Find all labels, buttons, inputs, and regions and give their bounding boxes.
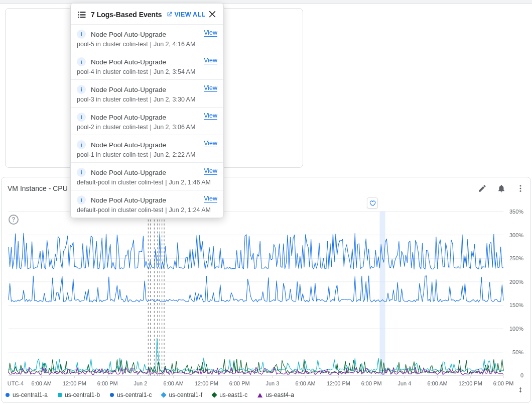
svg-text:6:00 AM: 6:00 AM [164, 380, 184, 386]
event-title: Node Pool Auto-Upgrade [91, 58, 166, 66]
event-subtitle: pool-2 in cluster colin-test|Jun 2, 3:06… [77, 124, 217, 131]
svg-text:Jun 3: Jun 3 [265, 380, 279, 386]
event-row: iNode Pool Auto-UpgradeViewpool-4 in clu… [71, 52, 223, 79]
svg-rect-65 [78, 17, 80, 18]
info-icon: i [77, 57, 86, 66]
event-row: iNode Pool Auto-UpgradeViewpool-1 in clu… [71, 135, 223, 162]
legend-label: us-central1-c [117, 391, 152, 398]
legend-item[interactable]: us-central1-a [6, 391, 48, 398]
info-icon: i [77, 85, 86, 94]
event-row: iNode Pool Auto-UpgradeViewdefault-pool … [71, 162, 223, 190]
view-link[interactable]: View [204, 84, 217, 92]
info-icon: i [77, 140, 86, 149]
svg-text:12:00 PM: 12:00 PM [459, 380, 482, 386]
svg-text:350%: 350% [509, 209, 523, 215]
svg-rect-62 [80, 12, 86, 13]
svg-rect-66 [80, 17, 86, 18]
svg-text:100%: 100% [509, 326, 523, 332]
logs-events-popup: 7 Logs-Based Events VIEW ALL iNode Pool … [70, 3, 224, 218]
event-title: Node Pool Auto-Upgrade [91, 114, 166, 121]
legend-label: us-east4-a [265, 391, 294, 398]
plot-area[interactable]: 050%100%150%200%250%300%350%UTC-46:00 AM… [6, 209, 526, 397]
event-row: iNode Pool Auto-UpgradeViewpool-3 in clu… [71, 79, 223, 107]
svg-text:12:00 PM: 12:00 PM [63, 380, 86, 386]
svg-text:6:00 PM: 6:00 PM [97, 380, 118, 386]
event-subtitle: pool-3 in cluster colin-test|Jun 2, 3:30… [77, 96, 217, 103]
svg-point-1 [520, 188, 521, 189]
event-subtitle: default-pool in cluster colin-test|Jun 2… [77, 207, 217, 214]
heart-icon [369, 199, 376, 207]
svg-text:0: 0 [520, 372, 523, 378]
event-title: Node Pool Auto-Upgrade [91, 31, 166, 38]
chart-title: VM Instance - CPU [8, 184, 68, 192]
bell-icon[interactable] [496, 183, 506, 193]
view-link[interactable]: View [204, 140, 217, 147]
legend-item[interactable]: us-east4-a [257, 391, 294, 398]
svg-point-0 [520, 185, 521, 186]
info-icon: i [77, 113, 86, 122]
svg-text:UTC-4: UTC-4 [8, 380, 24, 386]
svg-text:6:00 PM: 6:00 PM [361, 380, 382, 386]
svg-text:300%: 300% [509, 232, 523, 238]
annotation-heart-badge[interactable] [367, 197, 378, 209]
info-icon: i [77, 195, 86, 205]
event-title: Node Pool Auto-Upgrade [91, 141, 166, 149]
svg-rect-61 [78, 12, 80, 13]
svg-text:Jun 2: Jun 2 [134, 380, 148, 386]
svg-text:50%: 50% [512, 349, 523, 355]
svg-rect-64 [80, 14, 86, 16]
view-link[interactable]: View [204, 195, 217, 203]
legend-item[interactable]: us-central1-c [110, 391, 152, 398]
event-title: Node Pool Auto-Upgrade [91, 196, 166, 204]
svg-text:6:00 AM: 6:00 AM [427, 380, 447, 386]
event-subtitle: pool-5 in cluster colin-test|Jun 2, 4:16… [77, 41, 217, 48]
kebab-icon[interactable] [515, 183, 525, 193]
svg-text:12:00 PM: 12:00 PM [327, 380, 350, 386]
legend-label: us-central1-a [13, 391, 48, 398]
expand-arrows-icon[interactable] [516, 386, 524, 395]
info-icon: i [77, 168, 86, 177]
event-subtitle: pool-4 in cluster colin-test|Jun 2, 3:54… [77, 68, 217, 75]
legend-label: us-central1-f [169, 391, 202, 398]
svg-text:6:00 AM: 6:00 AM [296, 380, 316, 386]
svg-point-2 [520, 190, 521, 192]
view-link[interactable]: View [204, 167, 217, 175]
view-all-link[interactable]: VIEW ALL [166, 11, 206, 18]
svg-text:200%: 200% [509, 279, 523, 285]
view-link[interactable]: View [204, 112, 217, 120]
svg-text:250%: 250% [509, 255, 523, 261]
event-title: Node Pool Auto-Upgrade [91, 86, 166, 93]
view-all-label: VIEW ALL [175, 11, 206, 18]
chart-legend: us-central1-aus-central1-bus-central1-cu… [6, 388, 513, 398]
svg-text:6:00 AM: 6:00 AM [32, 380, 52, 386]
svg-text:150%: 150% [509, 302, 523, 309]
event-row: iNode Pool Auto-UpgradeViewdefault-pool … [71, 190, 223, 218]
event-subtitle: default-pool in cluster colin-test|Jun 2… [77, 179, 217, 186]
legend-label: us-central1-b [65, 391, 100, 398]
edit-icon[interactable] [477, 183, 487, 193]
info-icon: i [77, 30, 86, 39]
svg-rect-63 [78, 14, 80, 16]
view-link[interactable]: View [204, 29, 217, 37]
event-title: Node Pool Auto-Upgrade [91, 169, 166, 176]
svg-text:Jun 4: Jun 4 [397, 380, 411, 386]
open-external-icon [166, 11, 173, 18]
event-row: iNode Pool Auto-UpgradeViewpool-2 in clu… [71, 107, 223, 135]
svg-rect-22 [380, 212, 385, 376]
legend-item[interactable]: us-central1-f [162, 391, 202, 398]
legend-item[interactable]: us-central1-b [58, 391, 100, 398]
event-row: iNode Pool Auto-UpgradeViewpool-5 in clu… [71, 24, 223, 52]
svg-text:6:00 PM: 6:00 PM [493, 380, 514, 386]
svg-text:6:00 PM: 6:00 PM [229, 380, 250, 386]
legend-item[interactable]: us-east1-c [212, 391, 247, 398]
event-subtitle: pool-1 in cluster colin-test|Jun 2, 2:22… [77, 151, 217, 158]
legend-label: us-east1-c [219, 391, 247, 398]
svg-text:12:00 PM: 12:00 PM [195, 380, 218, 386]
list-icon [77, 10, 87, 20]
popup-title: 7 Logs-Based Events [91, 11, 162, 19]
view-link[interactable]: View [204, 57, 217, 64]
close-icon[interactable] [207, 9, 217, 20]
